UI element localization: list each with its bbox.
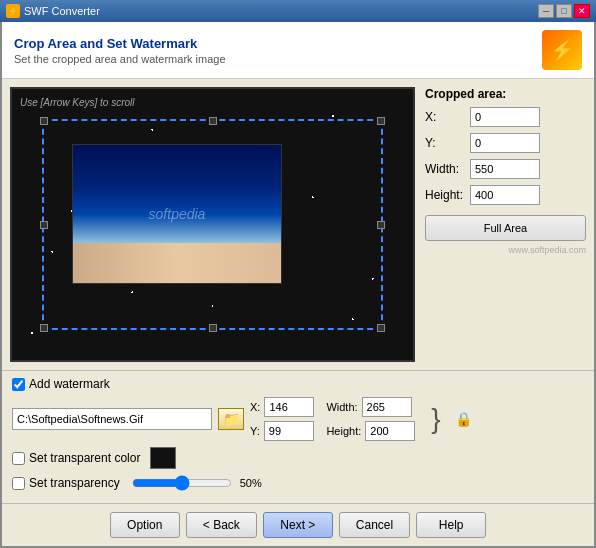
wm-y-input[interactable] [264,421,314,441]
transparency-label: Set transparency [29,476,120,490]
header-text: Crop Area and Set Watermark Set the crop… [14,36,226,65]
coords-section: X: Y: Width: Height: [250,397,472,441]
maximize-button[interactable]: □ [556,4,572,18]
wm-y-group: Y: [250,421,314,441]
wm-y-label: Y: [250,425,260,437]
file-path-input[interactable] [12,408,212,430]
lock-icon[interactable]: 🔒 [455,411,472,427]
cancel-button[interactable]: Cancel [339,512,410,538]
help-button[interactable]: Help [416,512,486,538]
handle-top-left[interactable] [40,117,48,125]
add-watermark-label: Add watermark [29,377,110,391]
wm-width-label: Width: [326,401,357,413]
preview-inner: Use [Arrow Keys] to scroll softpedia [12,89,413,360]
width-input[interactable] [470,159,540,179]
titlebar: ⚡ SWF Converter ─ □ ✕ [0,0,596,22]
wm-height-label: Height: [326,425,361,437]
wm-height-input[interactable] [365,421,415,441]
width-label: Width: [425,162,470,176]
transparency-checkbox[interactable] [12,477,25,490]
add-watermark-checkbox[interactable] [12,378,25,391]
add-watermark-row: Add watermark [12,377,584,391]
handle-top-middle[interactable] [209,117,217,125]
height-field-row: Height: [425,185,586,205]
width-field-row: Width: [425,159,586,179]
wm-x-label: X: [250,401,260,413]
transparency-value: 50% [240,477,262,489]
y-input[interactable] [470,133,540,153]
wm-width-input[interactable] [362,397,412,417]
color-picker[interactable] [150,447,176,469]
x-input[interactable] [470,107,540,127]
transparency-row: Set transparency 50% [12,475,584,491]
bracket-icon: } [431,403,440,435]
titlebar-title: SWF Converter [24,5,100,17]
page-subtitle: Set the cropped area and watermark image [14,53,226,65]
handle-top-right[interactable] [377,117,385,125]
content-area: Use [Arrow Keys] to scroll softpedia Cro… [2,79,594,370]
next-button[interactable]: Next > [263,512,333,538]
wm-height-group: Height: [326,421,415,441]
handle-middle-left[interactable] [40,221,48,229]
header-icon: ⚡ [542,30,582,70]
handle-middle-right[interactable] [377,221,385,229]
height-label: Height: [425,188,470,202]
button-bar: Option < Back Next > Cancel Help [2,503,594,546]
close-button[interactable]: ✕ [574,4,590,18]
xy-coords: X: Y: [250,397,314,441]
titlebar-buttons: ─ □ ✕ [538,4,590,18]
wm-x-group: X: [250,397,314,417]
wh-coords: Width: Height: [326,397,415,441]
transparent-color-checkbox[interactable] [12,452,25,465]
y-field-row: Y: [425,133,586,153]
preview-area: Use [Arrow Keys] to scroll softpedia [10,87,415,362]
y-label: Y: [425,136,470,150]
file-row: 📁 X: Y: Width: [12,397,584,441]
handle-bottom-middle[interactable] [209,324,217,332]
wm-width-group: Width: [326,397,415,417]
minimize-button[interactable]: ─ [538,4,554,18]
softpedia-label: www.softpedia.com [425,245,586,255]
option-button[interactable]: Option [110,512,180,538]
crop-border [42,119,383,330]
transparent-color-label: Set transparent color [29,451,140,465]
transparent-color-row: Set transparent color [12,447,584,469]
back-button[interactable]: < Back [186,512,257,538]
x-label: X: [425,110,470,124]
main-window: Crop Area and Set Watermark Set the crop… [0,22,596,548]
height-input[interactable] [470,185,540,205]
handle-bottom-right[interactable] [377,324,385,332]
cropped-area-title: Cropped area: [425,87,586,101]
wm-x-input[interactable] [264,397,314,417]
app-icon: ⚡ [6,4,20,18]
browse-button[interactable]: 📁 [218,408,244,430]
bottom-section: Add watermark 📁 X: Y: [2,370,594,503]
cropped-area-section: Cropped area: X: Y: Width: Height: F [425,87,586,255]
x-field-row: X: [425,107,586,127]
titlebar-left: ⚡ SWF Converter [6,4,100,18]
handle-bottom-left[interactable] [40,324,48,332]
preview-hint: Use [Arrow Keys] to scroll [20,97,134,108]
right-panel: Cropped area: X: Y: Width: Height: F [425,87,586,362]
header: Crop Area and Set Watermark Set the crop… [2,22,594,79]
full-area-button[interactable]: Full Area [425,215,586,241]
page-title: Crop Area and Set Watermark [14,36,226,51]
transparency-slider[interactable] [132,475,232,491]
